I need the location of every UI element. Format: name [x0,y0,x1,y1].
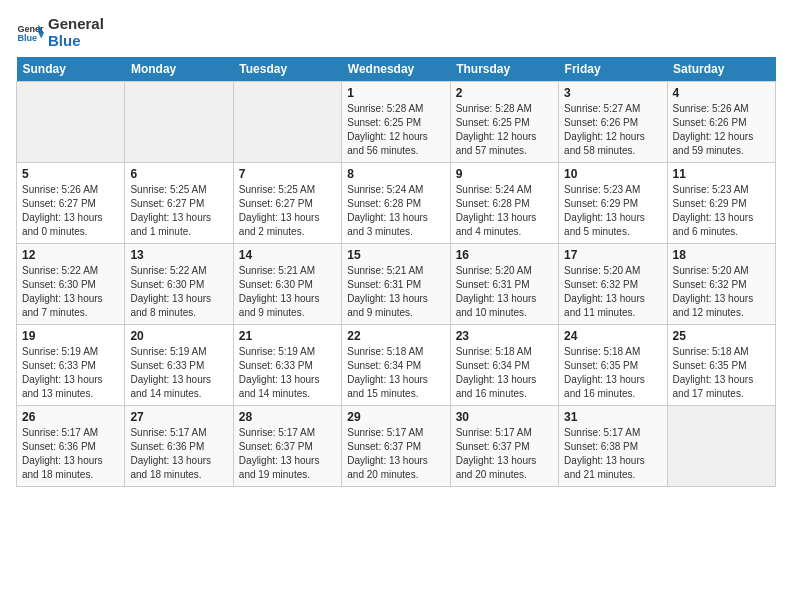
day-number: 14 [239,248,336,262]
calendar-cell: 27Sunrise: 5:17 AM Sunset: 6:36 PM Dayli… [125,406,233,487]
day-number: 5 [22,167,119,181]
calendar-cell: 29Sunrise: 5:17 AM Sunset: 6:37 PM Dayli… [342,406,450,487]
col-header-thursday: Thursday [450,57,558,82]
day-number: 1 [347,86,444,100]
calendar-cell: 10Sunrise: 5:23 AM Sunset: 6:29 PM Dayli… [559,163,667,244]
day-info: Sunrise: 5:17 AM Sunset: 6:37 PM Dayligh… [347,426,444,482]
calendar-cell: 13Sunrise: 5:22 AM Sunset: 6:30 PM Dayli… [125,244,233,325]
calendar-week-row: 1Sunrise: 5:28 AM Sunset: 6:25 PM Daylig… [17,82,776,163]
day-info: Sunrise: 5:17 AM Sunset: 6:38 PM Dayligh… [564,426,661,482]
calendar-cell: 17Sunrise: 5:20 AM Sunset: 6:32 PM Dayli… [559,244,667,325]
calendar-cell: 12Sunrise: 5:22 AM Sunset: 6:30 PM Dayli… [17,244,125,325]
col-header-monday: Monday [125,57,233,82]
calendar-cell: 11Sunrise: 5:23 AM Sunset: 6:29 PM Dayli… [667,163,775,244]
col-header-tuesday: Tuesday [233,57,341,82]
day-info: Sunrise: 5:20 AM Sunset: 6:32 PM Dayligh… [673,264,770,320]
day-info: Sunrise: 5:19 AM Sunset: 6:33 PM Dayligh… [22,345,119,401]
calendar-cell: 6Sunrise: 5:25 AM Sunset: 6:27 PM Daylig… [125,163,233,244]
day-number: 3 [564,86,661,100]
col-header-friday: Friday [559,57,667,82]
day-number: 23 [456,329,553,343]
calendar-cell: 3Sunrise: 5:27 AM Sunset: 6:26 PM Daylig… [559,82,667,163]
day-info: Sunrise: 5:23 AM Sunset: 6:29 PM Dayligh… [564,183,661,239]
svg-text:Blue: Blue [17,33,37,43]
calendar-cell: 4Sunrise: 5:26 AM Sunset: 6:26 PM Daylig… [667,82,775,163]
day-number: 12 [22,248,119,262]
calendar-week-row: 12Sunrise: 5:22 AM Sunset: 6:30 PM Dayli… [17,244,776,325]
calendar-cell: 22Sunrise: 5:18 AM Sunset: 6:34 PM Dayli… [342,325,450,406]
calendar-cell: 1Sunrise: 5:28 AM Sunset: 6:25 PM Daylig… [342,82,450,163]
calendar-cell: 30Sunrise: 5:17 AM Sunset: 6:37 PM Dayli… [450,406,558,487]
calendar-week-row: 19Sunrise: 5:19 AM Sunset: 6:33 PM Dayli… [17,325,776,406]
day-number: 15 [347,248,444,262]
day-number: 6 [130,167,227,181]
calendar-cell: 16Sunrise: 5:20 AM Sunset: 6:31 PM Dayli… [450,244,558,325]
day-info: Sunrise: 5:18 AM Sunset: 6:35 PM Dayligh… [673,345,770,401]
day-info: Sunrise: 5:24 AM Sunset: 6:28 PM Dayligh… [456,183,553,239]
day-number: 16 [456,248,553,262]
calendar-cell: 7Sunrise: 5:25 AM Sunset: 6:27 PM Daylig… [233,163,341,244]
day-number: 26 [22,410,119,424]
logo-general: General [48,15,104,32]
calendar-cell: 26Sunrise: 5:17 AM Sunset: 6:36 PM Dayli… [17,406,125,487]
day-info: Sunrise: 5:22 AM Sunset: 6:30 PM Dayligh… [22,264,119,320]
day-info: Sunrise: 5:28 AM Sunset: 6:25 PM Dayligh… [347,102,444,158]
calendar-week-row: 26Sunrise: 5:17 AM Sunset: 6:36 PM Dayli… [17,406,776,487]
calendar-table: SundayMondayTuesdayWednesdayThursdayFrid… [16,57,776,487]
calendar-cell: 8Sunrise: 5:24 AM Sunset: 6:28 PM Daylig… [342,163,450,244]
calendar-cell: 9Sunrise: 5:24 AM Sunset: 6:28 PM Daylig… [450,163,558,244]
calendar-cell: 2Sunrise: 5:28 AM Sunset: 6:25 PM Daylig… [450,82,558,163]
calendar-cell: 25Sunrise: 5:18 AM Sunset: 6:35 PM Dayli… [667,325,775,406]
day-info: Sunrise: 5:26 AM Sunset: 6:26 PM Dayligh… [673,102,770,158]
calendar-cell: 28Sunrise: 5:17 AM Sunset: 6:37 PM Dayli… [233,406,341,487]
day-number: 18 [673,248,770,262]
calendar-cell: 24Sunrise: 5:18 AM Sunset: 6:35 PM Dayli… [559,325,667,406]
calendar-cell: 20Sunrise: 5:19 AM Sunset: 6:33 PM Dayli… [125,325,233,406]
day-info: Sunrise: 5:28 AM Sunset: 6:25 PM Dayligh… [456,102,553,158]
day-info: Sunrise: 5:20 AM Sunset: 6:31 PM Dayligh… [456,264,553,320]
day-info: Sunrise: 5:25 AM Sunset: 6:27 PM Dayligh… [130,183,227,239]
day-info: Sunrise: 5:23 AM Sunset: 6:29 PM Dayligh… [673,183,770,239]
day-info: Sunrise: 5:17 AM Sunset: 6:36 PM Dayligh… [130,426,227,482]
calendar-week-row: 5Sunrise: 5:26 AM Sunset: 6:27 PM Daylig… [17,163,776,244]
day-info: Sunrise: 5:21 AM Sunset: 6:31 PM Dayligh… [347,264,444,320]
day-number: 24 [564,329,661,343]
day-number: 4 [673,86,770,100]
day-number: 29 [347,410,444,424]
day-info: Sunrise: 5:22 AM Sunset: 6:30 PM Dayligh… [130,264,227,320]
logo: General Blue General Blue [16,16,104,49]
day-info: Sunrise: 5:19 AM Sunset: 6:33 PM Dayligh… [239,345,336,401]
svg-marker-3 [38,33,44,39]
calendar-header-row: SundayMondayTuesdayWednesdayThursdayFrid… [17,57,776,82]
day-number: 27 [130,410,227,424]
day-info: Sunrise: 5:20 AM Sunset: 6:32 PM Dayligh… [564,264,661,320]
day-number: 25 [673,329,770,343]
calendar-cell: 31Sunrise: 5:17 AM Sunset: 6:38 PM Dayli… [559,406,667,487]
day-info: Sunrise: 5:17 AM Sunset: 6:36 PM Dayligh… [22,426,119,482]
day-number: 17 [564,248,661,262]
day-info: Sunrise: 5:25 AM Sunset: 6:27 PM Dayligh… [239,183,336,239]
calendar-cell [233,82,341,163]
calendar-cell: 21Sunrise: 5:19 AM Sunset: 6:33 PM Dayli… [233,325,341,406]
day-number: 13 [130,248,227,262]
calendar-cell: 19Sunrise: 5:19 AM Sunset: 6:33 PM Dayli… [17,325,125,406]
calendar-cell [125,82,233,163]
day-info: Sunrise: 5:18 AM Sunset: 6:34 PM Dayligh… [347,345,444,401]
logo-blue: Blue [48,33,104,50]
calendar-cell: 23Sunrise: 5:18 AM Sunset: 6:34 PM Dayli… [450,325,558,406]
logo-icon: General Blue [16,19,44,47]
day-info: Sunrise: 5:19 AM Sunset: 6:33 PM Dayligh… [130,345,227,401]
page-header: General Blue General Blue [16,16,776,49]
day-number: 2 [456,86,553,100]
day-info: Sunrise: 5:18 AM Sunset: 6:34 PM Dayligh… [456,345,553,401]
day-number: 28 [239,410,336,424]
calendar-cell [667,406,775,487]
day-number: 11 [673,167,770,181]
day-number: 22 [347,329,444,343]
day-info: Sunrise: 5:26 AM Sunset: 6:27 PM Dayligh… [22,183,119,239]
day-number: 8 [347,167,444,181]
col-header-wednesday: Wednesday [342,57,450,82]
col-header-saturday: Saturday [667,57,775,82]
day-info: Sunrise: 5:24 AM Sunset: 6:28 PM Dayligh… [347,183,444,239]
calendar-cell: 14Sunrise: 5:21 AM Sunset: 6:30 PM Dayli… [233,244,341,325]
